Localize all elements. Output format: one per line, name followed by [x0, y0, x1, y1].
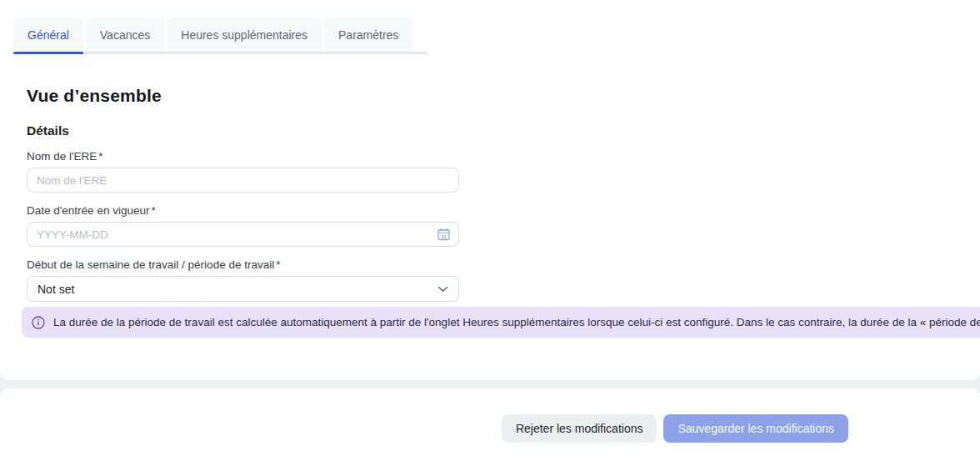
effective-date-field: Date d'entrée en vigueur* 31 — [27, 204, 459, 247]
info-icon — [32, 316, 45, 329]
week-start-field: Début de la semaine de travail / période… — [27, 258, 459, 302]
ere-name-input[interactable] — [27, 168, 459, 193]
chevron-down-icon — [438, 286, 448, 293]
info-banner: La durée de la période de travail est ca… — [22, 307, 980, 338]
save-button[interactable]: Sauvegarder les modifications — [663, 414, 848, 443]
page-title: Vue d’ensemble — [27, 86, 980, 106]
ere-name-input-wrap — [27, 168, 459, 193]
calendar-icon[interactable]: 31 — [437, 228, 451, 242]
footer-bar: Rejeter les modifications Sauvegarder le… — [0, 388, 980, 466]
week-start-label: Début de la semaine de travail / période… — [27, 258, 459, 271]
required-asterisk: * — [276, 258, 280, 271]
discard-button[interactable]: Rejeter les modifications — [502, 414, 658, 443]
tab-vacances-label: Vacances — [100, 28, 150, 42]
tab-general-label: Général — [28, 28, 69, 42]
tab-bar: Général Vacances Heures supplémentaires … — [13, 18, 428, 54]
week-start-select[interactable]: Not set — [27, 276, 459, 302]
effective-date-input[interactable] — [27, 222, 459, 247]
section-title: Détails — [27, 123, 980, 138]
tab-parametres[interactable]: Paramètres — [324, 18, 412, 52]
tab-parametres-label: Paramètres — [338, 28, 398, 42]
tab-heures-supplementaires[interactable]: Heures supplémentaires — [167, 18, 322, 52]
svg-text:31: 31 — [441, 234, 446, 239]
ere-name-label: Nom de l'ERE* — [27, 150, 459, 163]
ere-name-field: Nom de l'ERE* — [27, 150, 459, 193]
content-card: Général Vacances Heures supplémentaires … — [0, 0, 980, 380]
effective-date-label: Date d'entrée en vigueur* — [27, 204, 459, 217]
form-content: Vue d’ensemble Détails Nom de l'ERE* Dat… — [0, 86, 980, 338]
effective-date-input-wrap: 31 — [27, 222, 459, 247]
info-banner-text: La durée de la période de travail est ca… — [53, 316, 980, 328]
footer-buttons: Rejeter les modifications Sauvegarder le… — [502, 414, 848, 443]
week-start-selected-value: Not set — [38, 283, 74, 296]
tab-heures-supplementaires-label: Heures supplémentaires — [181, 28, 308, 42]
required-asterisk: * — [98, 150, 102, 163]
required-asterisk: * — [151, 204, 155, 217]
tab-vacances[interactable]: Vacances — [86, 18, 164, 52]
tab-general[interactable]: Général — [13, 18, 83, 52]
